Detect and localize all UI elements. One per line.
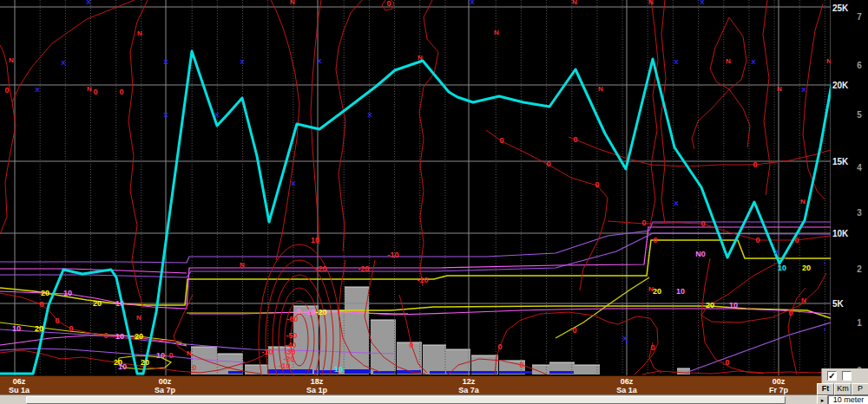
temp-contour	[419, 0, 438, 286]
marker: X	[86, 0, 91, 6]
level-dropdown[interactable]: 10 meter	[828, 395, 868, 404]
contour-label: 0	[572, 326, 576, 335]
marker: X	[700, 0, 705, 6]
contour-label: N0	[695, 250, 706, 258]
wind-contour	[0, 222, 831, 263]
contour-label: 0	[119, 88, 123, 96]
contour-label: 0	[725, 358, 729, 367]
marker: N	[801, 296, 806, 304]
wind-contour	[0, 336, 187, 346]
scrollbar-right-arrow-button[interactable]: ▸	[817, 395, 828, 404]
units-pressure-button[interactable]: P	[852, 383, 868, 395]
marker: X	[470, 0, 475, 6]
precip-type-strip	[345, 369, 371, 374]
time-axis-label: 18zSa 1p	[286, 377, 347, 394]
wind-contour	[556, 277, 649, 338]
contour-label: 20	[135, 332, 143, 341]
overlay-checkbox-2[interactable]	[842, 371, 852, 381]
marker: X	[317, 57, 322, 65]
units-km-button[interactable]: Km	[834, 383, 852, 395]
contour-label: 0	[39, 300, 43, 309]
marker: ›	[824, 326, 826, 334]
marker: X	[674, 58, 679, 66]
precip-type-strip	[430, 371, 445, 374]
temp-contour	[803, 4, 825, 199]
scrollbar-thumb[interactable]	[26, 396, 786, 404]
units-feet-button[interactable]: Ft	[817, 383, 834, 395]
contour-label: -10	[261, 348, 273, 356]
contour-label: 10	[156, 351, 165, 360]
contour-label: 0	[595, 180, 599, 189]
contour-label: 10	[12, 324, 21, 333]
marker: N	[290, 0, 295, 6]
marker: X	[61, 59, 66, 67]
horizontal-scrollbar[interactable]	[0, 394, 817, 404]
contour-label: 20	[802, 264, 811, 272]
precip-type-strip	[499, 371, 532, 374]
precip-bar	[345, 287, 369, 375]
time-axis-label: 06zSu 1a	[0, 377, 49, 394]
contour-label: 0	[546, 160, 550, 168]
marker: X	[240, 58, 245, 66]
precip-type-strip	[373, 371, 396, 374]
contour-label: 20	[141, 358, 149, 367]
time-axis-label: 00zSa 7p	[135, 377, 195, 394]
contour-label: 0	[519, 361, 523, 369]
altitude-km-label: 1	[857, 318, 862, 328]
marker: X	[367, 111, 372, 119]
temp-contour	[642, 371, 831, 375]
marker: N	[826, 57, 832, 65]
contour-label: 0	[788, 309, 792, 317]
contour-label: 10	[729, 301, 738, 310]
marker: ›	[824, 259, 826, 267]
wind-contour	[0, 227, 831, 309]
temp-contour	[0, 102, 16, 234]
contour-label: 0	[69, 324, 73, 333]
marker: N	[494, 29, 499, 36]
contour-label: 0	[103, 331, 108, 340]
altitude-km-label: 6	[857, 61, 862, 70]
altitude-ft-label: 25K	[832, 3, 849, 13]
marker: X	[801, 86, 806, 94]
altitude-ft-label: 15K	[832, 157, 849, 166]
contour-label: 10	[63, 289, 72, 297]
bufkit-timeheight-window: 000000000010-10-20-20-10-10-10-20-30-40-…	[0, 0, 868, 404]
time-axis-label: 00zFr 7p	[748, 377, 809, 394]
marker: N	[137, 29, 142, 37]
contour-label: 0	[192, 363, 196, 372]
marker: N	[418, 54, 423, 62]
marker: N	[598, 85, 603, 93]
temp-contour	[336, 0, 362, 251]
contour-label: -10	[417, 276, 428, 284]
time-height-chart[interactable]: 000000000010-10-20-20-10-10-10-20-30-40-…	[0, 0, 868, 375]
precip-bar	[371, 320, 396, 375]
contour-label: 10	[676, 287, 685, 296]
contour-label: -20	[315, 308, 326, 316]
marker: N	[800, 198, 806, 205]
precip-bar	[446, 349, 470, 375]
contour-label: 10	[115, 332, 124, 341]
temp-contour	[569, 137, 831, 166]
temp-contour	[311, 0, 321, 244]
marker: X	[751, 58, 756, 66]
temp-contour	[729, 89, 750, 147]
contour-label: 20	[93, 299, 102, 308]
contour-label: -60	[286, 315, 298, 323]
altitude-ft-label: 5K	[832, 299, 845, 309]
marker: X	[163, 111, 168, 119]
contour-label: 10	[311, 236, 319, 244]
contour-label: 0	[753, 160, 757, 169]
overlay-checkbox-1[interactable]: ✓	[827, 371, 837, 381]
wind-contour	[0, 240, 831, 305]
marker: N	[240, 261, 245, 269]
altitude-km-label: 2	[857, 264, 862, 274]
contour-label: -10	[387, 251, 398, 259]
marker: X	[774, 248, 779, 256]
contour-label: 0	[4, 86, 9, 94]
marker: N	[9, 56, 14, 64]
altitude-axis: 25K20K15K10K5K76543210	[832, 3, 862, 375]
contour-label: 0	[168, 351, 173, 360]
contour-label: -40	[285, 341, 296, 349]
precip-bar	[423, 345, 446, 375]
altitude-km-label: 3	[857, 208, 862, 218]
